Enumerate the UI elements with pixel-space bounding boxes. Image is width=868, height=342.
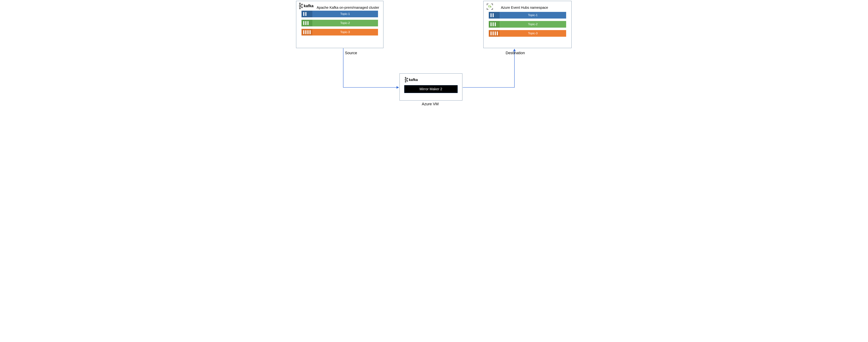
destination-topic-list: Topic-1Topic-2Topic-3 (484, 12, 571, 40)
mirror-maker-box: kafka Mirror Maker 2 (400, 74, 462, 101)
source-header: kafka Apache Kafka on-prem/managed clust… (296, 1, 383, 11)
topic-bar: Topic-1 (302, 11, 378, 17)
topic-bar: Topic-3 (302, 29, 378, 35)
topic-label: Topic-2 (500, 21, 566, 28)
svg-line-8 (301, 6, 302, 7)
azure-vm-caption: Azure VM (422, 102, 439, 106)
topic-label: Topic-2 (312, 20, 378, 26)
kafka-logo-small: kafka (404, 77, 458, 83)
topic-label: Topic-1 (312, 11, 378, 17)
topic-bar: Topic-3 (489, 30, 566, 37)
svg-point-4 (301, 7, 302, 8)
svg-rect-12 (489, 7, 490, 8)
partition-indicator (489, 30, 500, 37)
topic-bar: Topic-2 (302, 20, 378, 26)
svg-rect-11 (490, 6, 491, 7)
partition-indicator (489, 21, 500, 28)
topic-bar: Topic-1 (489, 12, 566, 19)
mirror-maker-label: Mirror Maker 2 (404, 85, 458, 93)
source-title: Apache Kafka on-prem/managed cluster (317, 6, 379, 10)
source-topic-list: Topic-1Topic-2Topic-3 (296, 11, 383, 39)
svg-point-17 (407, 80, 408, 81)
partition-indicator (302, 11, 312, 17)
svg-point-3 (301, 4, 302, 5)
topic-label: Topic-1 (500, 12, 566, 19)
destination-box: Azure Event Hubs namespace Topic-1Topic-… (483, 1, 571, 48)
svg-rect-9 (488, 6, 490, 7)
topic-label: Topic-3 (500, 30, 566, 37)
svg-point-1 (299, 5, 301, 7)
kafka-logo-small-text: kafka (409, 78, 418, 82)
diagram-canvas: kafka Apache Kafka on-prem/managed clust… (294, 0, 574, 114)
source-role-label: Source (345, 51, 357, 55)
svg-point-0 (299, 3, 300, 4)
svg-point-13 (405, 77, 406, 78)
kafka-logo: kafka (298, 2, 314, 9)
partition-indicator (302, 29, 312, 35)
svg-line-20 (406, 79, 407, 79)
svg-line-7 (301, 5, 302, 6)
svg-point-2 (299, 8, 300, 9)
partition-indicator (302, 20, 312, 26)
svg-point-15 (405, 81, 406, 82)
svg-point-14 (405, 79, 406, 80)
svg-line-21 (406, 80, 407, 81)
topic-bar: Topic-2 (489, 21, 566, 28)
event-hubs-icon (486, 2, 494, 11)
partition-indicator (489, 12, 500, 19)
destination-header: Azure Event Hubs namespace (484, 1, 571, 12)
topic-label: Topic-3 (312, 29, 378, 35)
kafka-logo-text: kafka (304, 4, 314, 8)
source-box: kafka Apache Kafka on-prem/managed clust… (296, 1, 383, 48)
destination-title: Azure Event Hubs namespace (501, 6, 548, 10)
svg-point-16 (407, 78, 408, 79)
svg-rect-10 (490, 5, 491, 6)
destination-role-label: Destination (506, 51, 525, 55)
